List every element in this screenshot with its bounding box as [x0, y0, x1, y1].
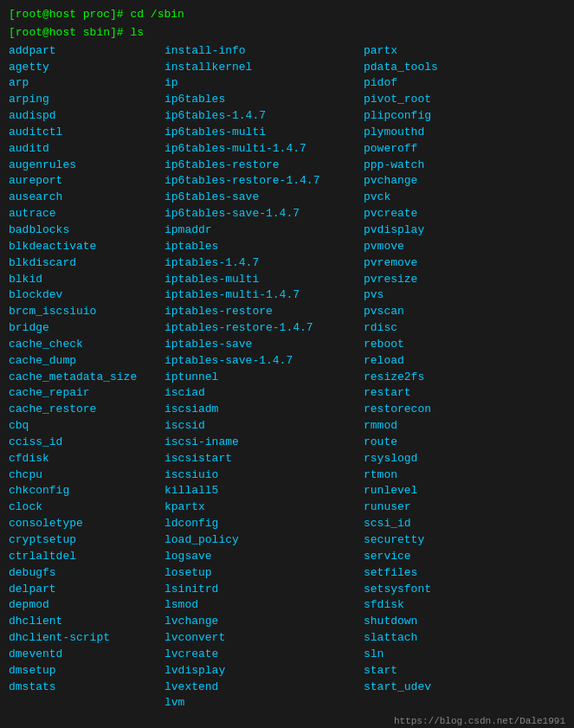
terminal: [root@host proc]# cd /sbin [root@host sb…	[9, 7, 565, 728]
file-item: cache_dump	[9, 353, 164, 370]
file-item: iptables-save-1.4.7	[164, 353, 364, 370]
file-item: ip6tables-1.4.7	[164, 108, 364, 125]
file-item: aureport	[9, 173, 164, 190]
file-item: rtmon	[364, 467, 565, 484]
file-item: auditd	[9, 141, 164, 158]
file-item: ip6tables-save-1.4.7	[164, 206, 364, 222]
file-item: reload	[364, 353, 565, 370]
file-item: setsysfont	[364, 582, 565, 598]
file-item: ip6tables-save	[164, 190, 364, 206]
file-item: plipconfig	[364, 108, 565, 125]
file-item: bridge	[9, 320, 164, 337]
file-listing: addpartinstall-infopartxagettyinstallker…	[9, 43, 565, 712]
file-item: dmsetup	[9, 663, 164, 680]
file-item: iptunnel	[164, 370, 364, 386]
file-item: blockdev	[9, 287, 164, 304]
file-item	[364, 695, 565, 712]
file-item: delpart	[9, 582, 164, 598]
file-item: lvchange	[164, 614, 364, 630]
file-item: ausearch	[9, 190, 164, 206]
file-item: plymouthd	[364, 125, 565, 141]
file-item: pvck	[364, 190, 565, 206]
prompt-1: [root@host proc]# cd /sbin	[9, 8, 184, 21]
file-item: iptables-multi	[164, 272, 364, 288]
file-item: chkconfig	[9, 483, 164, 499]
file-item: blkid	[9, 272, 164, 288]
file-item: start_udev	[364, 680, 565, 696]
file-item: cache_metadata_size	[9, 370, 164, 386]
file-item: sln	[364, 647, 565, 663]
file-item: ip6tables	[164, 92, 364, 108]
file-item: ppp-watch	[364, 158, 565, 174]
file-item: resize2fs	[364, 370, 565, 386]
file-item: lvextend	[164, 680, 364, 696]
file-item: reboot	[364, 337, 565, 353]
file-item	[9, 695, 164, 712]
file-item: pvchange	[364, 173, 565, 190]
file-item: debugfs	[9, 565, 164, 582]
file-item: pvscan	[364, 304, 565, 320]
file-item: cache_restore	[9, 402, 164, 418]
file-item: kpartx	[164, 499, 364, 516]
file-item: ctrlaltdel	[9, 549, 164, 565]
file-item: badblocks	[9, 222, 164, 239]
file-item: arp	[9, 75, 164, 92]
file-item: iptables-multi-1.4.7	[164, 287, 364, 304]
file-item: arping	[9, 92, 164, 108]
file-item: dhclient	[9, 614, 164, 630]
file-item: pivot_root	[364, 92, 565, 108]
file-item: consoletype	[9, 516, 164, 532]
file-item: dmstats	[9, 680, 164, 696]
file-item: losetup	[164, 565, 364, 582]
file-item: iptables-restore-1.4.7	[164, 320, 364, 337]
file-item: augenrules	[9, 158, 164, 174]
file-item: dmeventd	[9, 647, 164, 663]
file-item: iscsiuio	[164, 467, 364, 484]
file-item: iptables-restore	[164, 304, 364, 320]
watermark: https://blog.csdn.net/Dale1991	[9, 715, 565, 728]
file-item: iptables-1.4.7	[164, 255, 364, 272]
file-item: cache_repair	[9, 385, 164, 402]
file-item: lsinitrd	[164, 582, 364, 598]
file-item: ip6tables-multi-1.4.7	[164, 141, 364, 158]
file-item: slattach	[364, 630, 565, 647]
file-item: blkdiscard	[9, 255, 164, 272]
file-item: restorecon	[364, 402, 565, 418]
file-item: setfiles	[364, 565, 565, 582]
prompt-line-2: [root@host sbin]# ls	[9, 25, 565, 42]
file-item: cache_check	[9, 337, 164, 353]
file-item: autrace	[9, 206, 164, 222]
file-item: runlevel	[364, 483, 565, 499]
file-item: lvconvert	[164, 630, 364, 647]
file-item: installkernel	[164, 60, 364, 76]
file-item: clock	[9, 499, 164, 516]
file-item: rsyslogd	[364, 451, 565, 467]
file-item: ip	[164, 75, 364, 92]
file-item: sfdisk	[364, 597, 565, 614]
file-item: pvmove	[364, 239, 565, 255]
file-item: load_policy	[164, 532, 364, 549]
file-item: runuser	[364, 499, 565, 516]
file-item: iscsid	[164, 418, 364, 435]
file-item: lvdisplay	[164, 663, 364, 680]
file-item: ip6tables-restore	[164, 158, 364, 174]
file-item: auditctl	[9, 125, 164, 141]
file-item: blkdeactivate	[9, 239, 164, 255]
prompt-line-1: [root@host proc]# cd /sbin	[9, 7, 565, 23]
file-item: poweroff	[364, 141, 565, 158]
file-item: shutdown	[364, 614, 565, 630]
file-item: partx	[364, 43, 565, 60]
file-item: rmmod	[364, 418, 565, 435]
file-item: ip6tables-restore-1.4.7	[164, 173, 364, 190]
file-item: pvdisplay	[364, 222, 565, 239]
file-item: iscsiadm	[164, 402, 364, 418]
prompt-2: [root@host sbin]# ls	[9, 26, 144, 39]
file-item: killall5	[164, 483, 364, 499]
file-item: lvcreate	[164, 647, 364, 663]
file-item: pvremove	[364, 255, 565, 272]
file-item: audispd	[9, 108, 164, 125]
file-item: cciss_id	[9, 435, 164, 451]
file-item: depmod	[9, 597, 164, 614]
file-item: iptables	[164, 239, 364, 255]
file-item: route	[364, 435, 565, 451]
